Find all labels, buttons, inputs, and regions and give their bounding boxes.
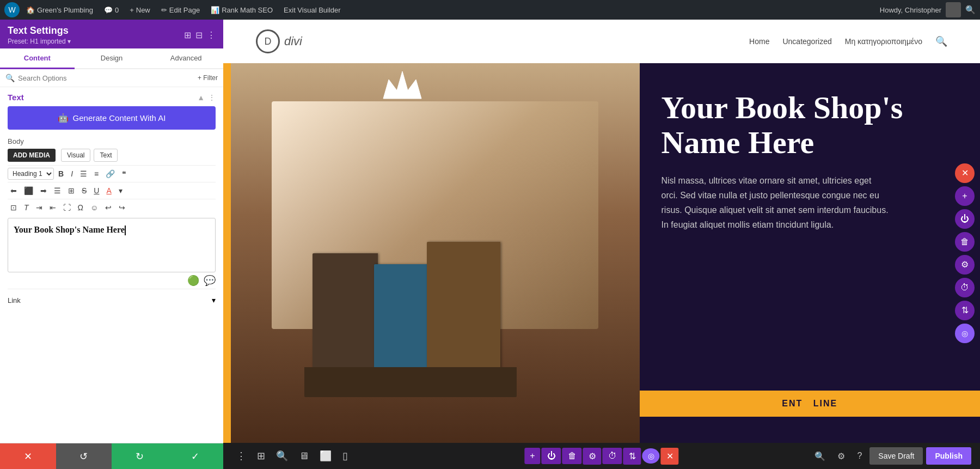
chart-icon: 📊 [211,6,219,14]
add-module-button[interactable]: + [955,186,975,206]
center-add-button[interactable]: + [524,448,540,464]
strikethrough-button[interactable]: S [79,185,89,197]
canvas-search-button[interactable]: 🔍 [810,448,830,465]
filter-button[interactable]: + Filter [198,74,218,82]
center-power-button[interactable]: ⏻ [542,448,561,464]
tab-advanced[interactable]: Advanced [149,48,223,69]
cancel-button[interactable]: ✕ [0,443,56,469]
align-center-button[interactable]: ⬛ [21,185,36,197]
undo-editor-button[interactable]: ↩ [102,202,114,214]
quote-button[interactable]: ❝ [119,168,129,180]
mobile-view-button[interactable]: ▯ [338,447,352,465]
table-button[interactable]: ⊞ [65,185,77,197]
hero-image-container [231,63,640,443]
grid-view-button[interactable]: ⊞ [253,447,270,465]
editor-toolbar-row2: ⬅ ⬛ ➡ ☰ ⊞ S U A ▾ [8,182,216,199]
tab-content[interactable]: Content [0,48,75,69]
text-mode-button[interactable]: Text [94,149,118,162]
green-icon[interactable]: 🟢 [187,275,199,287]
color-button[interactable]: A [103,185,114,197]
tablet-view-button[interactable]: ⬜ [315,447,336,465]
redo-editor-button[interactable]: ↪ [116,202,128,214]
collapse-icon[interactable]: ▲ [197,93,205,102]
site-logo: D divi [256,29,302,53]
canvas-help-button[interactable]: ? [853,448,866,464]
center-move-button[interactable]: ◎ [642,448,660,464]
site-name-link[interactable]: 🏠 Green's Plumbing [22,4,97,16]
layers-button[interactable]: ⇅ [955,301,975,320]
rank-math-link[interactable]: 📊 Rank Math SEO [206,4,277,16]
heading-select[interactable]: Heading 1 [8,168,54,180]
comments-link[interactable]: 💬 0 [100,4,123,16]
zoom-button[interactable]: 🔍 [272,447,292,465]
copy-format-button[interactable]: ⊡ [8,202,20,214]
panel-preset[interactable]: Preset: H1 imported ▾ [8,38,71,45]
hamburger-button[interactable]: ⋮ [232,447,250,465]
settings-button[interactable]: ⚙ [955,255,975,275]
confirm-button[interactable]: ✓ [168,443,224,469]
pencil-icon: ✏ [161,6,167,14]
panel-icon-columns[interactable]: ⊟ [195,30,203,40]
close-module-button[interactable]: ✕ [955,163,975,183]
center-close-button[interactable]: ✕ [661,448,679,465]
power-button[interactable]: ⏻ [955,209,975,229]
emoji-button[interactable]: ☺ [88,202,101,214]
wp-icon[interactable]: W [4,2,20,17]
chat-icon[interactable]: 💬 [204,275,216,287]
link-section: Link ▾ [8,289,216,311]
underline-button[interactable]: U [91,185,102,197]
search-input[interactable] [18,74,194,82]
nav-home[interactable]: Home [749,37,769,46]
add-media-button[interactable]: ADD MEDIA [8,149,56,162]
editor-footer-icons: 🟢 💬 [8,272,216,289]
save-draft-button[interactable]: Save Draft [869,447,923,465]
ol-button[interactable]: ≡ [91,168,101,180]
italic-button[interactable]: I [68,168,76,180]
panel-title-area: Text Settings Preset: H1 imported ▾ [8,25,71,45]
panel-icon-grid[interactable]: ⊞ [184,30,191,40]
exit-builder-link[interactable]: Exit Visual Builder [279,4,345,16]
clear-format-button[interactable]: T [21,202,32,214]
site-icon: 🏠 [26,6,35,14]
desktop-view-button[interactable]: 🖥 [295,447,313,465]
logo-circle: D [256,29,280,53]
cta-bar: ENT LINE [640,391,981,417]
bold-button[interactable]: B [56,168,66,180]
top-bar-right: Howdy, Christopher 🔍 [880,2,976,17]
site-header: D divi Home Uncategorized Μη κατηγοριοπο… [223,20,980,63]
trash-button[interactable]: 🗑 [955,232,975,252]
center-trash-button[interactable]: 🗑 [562,448,582,464]
move-button[interactable]: ◎ [955,324,975,343]
outdent-button[interactable]: ⇤ [47,202,59,214]
ul-button[interactable]: ☰ [77,168,90,180]
edit-page-link[interactable]: ✏ Edit Page [157,4,204,16]
align-left-button[interactable]: ⬅ [8,185,20,197]
omega-button[interactable]: Ω [75,202,86,214]
center-gear-button[interactable]: ⚙ [583,448,602,465]
center-layers-button[interactable]: ⇅ [623,448,641,465]
redo-button[interactable]: ↻ [112,443,168,469]
align-right-button[interactable]: ➡ [38,185,50,197]
nav-search-icon[interactable]: 🔍 [935,35,947,47]
visual-mode-button[interactable]: Visual [61,149,90,162]
new-link[interactable]: + New [125,4,155,16]
link-header[interactable]: Link ▾ [8,296,216,304]
tab-design[interactable]: Design [75,48,149,69]
panel-icon-more[interactable]: ⋮ [207,30,216,40]
text-editor-area[interactable]: Your Book Shop's Name Here [8,218,216,272]
fullscreen-button[interactable]: ⛶ [60,202,74,214]
ai-generate-button[interactable]: 🤖 Generate Content With AI [8,106,216,130]
indent-button[interactable]: ⇥ [33,202,45,214]
align-justify-button[interactable]: ☰ [51,185,64,197]
link-button[interactable]: 🔗 [103,168,118,180]
history-button[interactable]: ⏱ [955,278,975,297]
canvas-settings-button[interactable]: ⚙ [833,448,849,465]
topbar-search-icon[interactable]: 🔍 [965,5,976,15]
center-clock-button[interactable]: ⏱ [603,448,622,464]
nav-greek[interactable]: Μη κατηγοριοποιημένο [845,37,922,46]
nav-uncategorized[interactable]: Uncategorized [782,37,831,46]
publish-button[interactable]: Publish [926,447,971,465]
color-chevron[interactable]: ▾ [116,185,125,197]
undo-button[interactable]: ↺ [56,443,112,469]
section-more-icon[interactable]: ⋮ [208,93,216,102]
